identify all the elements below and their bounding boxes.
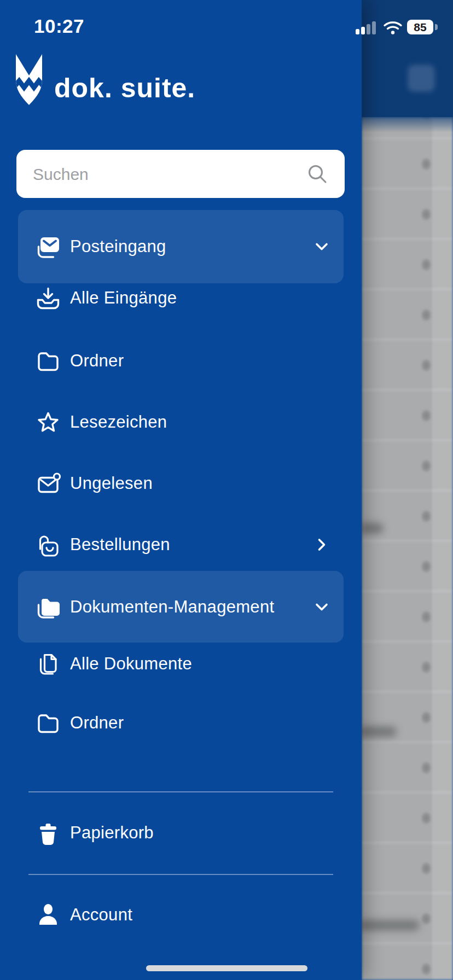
person-icon — [35, 902, 61, 928]
sidebar-item-papierkorb[interactable]: Papierkorb — [0, 807, 362, 859]
blurred-text-fragment — [359, 523, 384, 534]
divider — [28, 874, 333, 875]
inbox-envelope-icon — [35, 234, 61, 260]
envelope-unread-icon — [35, 470, 61, 497]
sidebar-item-label: Ordner — [70, 713, 124, 733]
sidebar-item-label: Dokumenten-Management — [70, 597, 274, 617]
sidebar-item-ungelesen[interactable]: Ungelesen — [0, 457, 362, 510]
blurred-header-button — [408, 65, 435, 92]
blurred-text-fragment — [358, 726, 397, 737]
cellular-signal-icon — [356, 20, 378, 34]
documents-copy-icon — [35, 651, 61, 677]
chevron-right-icon[interactable] — [313, 536, 330, 553]
divider — [28, 791, 333, 792]
home-indicator[interactable] — [146, 965, 307, 971]
folder-icon — [35, 348, 61, 374]
chevron-down-icon[interactable] — [313, 599, 330, 615]
blurred-text-fragment — [358, 920, 420, 931]
fox-logo-icon — [13, 54, 45, 106]
app-title: dok. suite. — [54, 70, 195, 106]
sidebar-item-alle-eingaenge[interactable]: Alle Eingänge — [0, 272, 362, 324]
blurred-list-content — [362, 117, 453, 980]
search-icon[interactable] — [306, 163, 328, 185]
sidebar-item-label: Papierkorb — [70, 823, 154, 843]
star-icon — [35, 409, 61, 435]
sidebar-item-label: Lesezeichen — [70, 412, 167, 432]
sidebar-item-alle-dokumente[interactable]: Alle Dokumente — [0, 638, 362, 690]
sidebar-item-account[interactable]: Account — [0, 889, 362, 941]
sidebar-item-label: Posteingang — [70, 237, 166, 256]
battery-nub — [435, 24, 438, 30]
folder-filled-icon — [35, 594, 61, 620]
sidebar-item-lesezeichen[interactable]: Lesezeichen — [0, 396, 362, 448]
trash-icon — [35, 820, 61, 846]
search-bar[interactable] — [16, 150, 345, 198]
sidebar-item-label: Bestellungen — [70, 535, 170, 555]
sidebar-item-ordner-dokumente[interactable]: Ordner — [0, 697, 362, 749]
inbox-download-icon — [35, 285, 61, 311]
chevron-down-icon[interactable] — [313, 238, 330, 255]
dimmed-background-scrim[interactable] — [362, 0, 453, 980]
status-time: 10:27 — [34, 15, 84, 37]
sidebar-item-dokumenten-management[interactable]: Dokumenten-Management — [18, 571, 344, 643]
sidebar-item-label: Alle Eingänge — [70, 288, 177, 308]
sidebar-item-label: Ungelesen — [70, 474, 153, 493]
folder-icon — [35, 710, 61, 736]
wifi-icon — [383, 20, 403, 35]
status-bar: 10:27 85 — [0, 0, 453, 52]
sidebar-item-label: Alle Dokumente — [70, 654, 192, 674]
header-blur-fade — [362, 109, 453, 132]
navigation-drawer: dok. suite. Posteingang — [0, 0, 362, 980]
sidebar-item-label: Account — [70, 905, 132, 925]
sidebar-item-label: Ordner — [70, 351, 124, 371]
orders-bag-lock-icon — [35, 532, 61, 558]
search-input[interactable] — [32, 150, 307, 199]
sidebar-item-ordner-posteingang[interactable]: Ordner — [0, 335, 362, 387]
battery-icon: 85 — [407, 20, 433, 34]
sidebar-item-bestellungen[interactable]: Bestellungen — [0, 518, 362, 571]
phone-screen: dok. suite. Posteingang — [0, 0, 453, 980]
